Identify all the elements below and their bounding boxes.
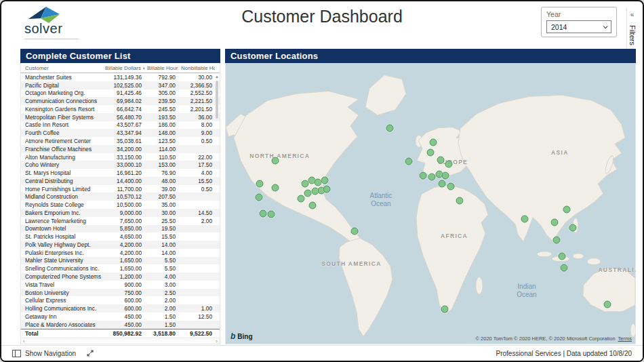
table-row[interactable]: Mahler State University1,650.005.50 xyxy=(21,257,220,265)
column-header-billable-hours[interactable]: Billable Hours xyxy=(144,65,178,71)
horizontal-scrollbar[interactable]: ‹ › xyxy=(21,338,220,344)
customer-location-marker[interactable] xyxy=(430,139,437,146)
customer-location-marker[interactable] xyxy=(405,157,412,165)
value-cell: 76.90 xyxy=(144,169,178,176)
customer-location-marker[interactable] xyxy=(441,305,449,313)
customer-location-marker[interactable] xyxy=(298,195,305,202)
value-cell: 2.00 xyxy=(144,297,178,304)
vertical-scrollbar[interactable]: ▲ xyxy=(214,74,220,337)
customer-location-marker[interactable] xyxy=(558,252,565,260)
total-billable-hours: 3,518.80 xyxy=(144,330,178,337)
column-header-billable-dollars[interactable]: Billable Dollars▼ xyxy=(102,65,144,71)
scroll-right-icon[interactable]: › xyxy=(216,338,218,344)
map-region-label: ASIA xyxy=(551,149,569,156)
customer-location-marker[interactable] xyxy=(272,184,279,192)
table-row[interactable]: Communication Connections69,984.02239.50… xyxy=(21,97,220,105)
customer-location-marker[interactable] xyxy=(304,190,311,197)
scroll-up-icon[interactable]: ▲ xyxy=(215,74,219,79)
customer-location-marker[interactable] xyxy=(309,201,317,209)
table-row[interactable]: St. Patricks Hospital4,650.0015.50 xyxy=(21,233,220,241)
table-row[interactable]: Place & Mardero Associates450.001.50 xyxy=(21,321,220,329)
customer-location-marker[interactable] xyxy=(268,210,275,218)
value-cell: 7,650.00 xyxy=(102,218,144,224)
table-row[interactable]: Computerized Phone Systems1,200.004.00 xyxy=(21,273,220,281)
table-row[interactable]: Getaway Inn450.001.5012.50 xyxy=(21,313,220,321)
customer-location-marker[interactable] xyxy=(259,209,266,217)
customer-location-marker[interactable] xyxy=(272,157,279,165)
customer-location-marker[interactable] xyxy=(521,215,528,222)
customer-name-cell: Boston University xyxy=(21,289,102,296)
table-row[interactable]: Central Distributing14,400.0048.0015.50 xyxy=(21,177,220,185)
table-row[interactable]: Franchise Office Machines34,200.00114.00 xyxy=(21,145,220,153)
value-cell: 30.00 xyxy=(178,74,215,81)
table-row[interactable]: Manchester Suites131,149.36792.9030.00 xyxy=(21,73,220,81)
customer-location-marker[interactable] xyxy=(420,172,427,179)
table-row[interactable]: Bakers Emporium Inc.9,000.0030.0014.50 xyxy=(21,209,220,217)
customer-location-marker[interactable] xyxy=(351,227,359,235)
table-row[interactable]: Lawrence Telemarketing7,650.0025.502.00 xyxy=(21,217,220,225)
customer-location-marker[interactable] xyxy=(437,156,445,163)
map-ocean-label: Indian Ocean xyxy=(509,283,544,298)
value-cell: 66,842.74 xyxy=(102,106,144,113)
customer-location-marker[interactable] xyxy=(323,186,331,193)
customer-name-cell: Atmore Retirement Center xyxy=(21,138,102,144)
table-row[interactable]: Downtown Hotel5,850.0019.50 xyxy=(21,225,220,233)
customer-location-marker[interactable] xyxy=(256,180,264,187)
table-row[interactable]: Fourth Coffee43,347.94148.009.00 xyxy=(21,129,220,137)
value-cell: 14,400.00 xyxy=(102,178,144,184)
customer-location-marker[interactable] xyxy=(428,173,435,180)
table-row[interactable]: Holling Communications Inc.600.002.001.0… xyxy=(21,304,220,313)
customer-location-marker[interactable] xyxy=(438,180,445,188)
table-row[interactable]: Snelling Communications Inc.1,650.005.50 xyxy=(21,264,220,273)
year-dropdown[interactable]: 2014 xyxy=(546,20,611,33)
column-header-nonbillable-hours[interactable]: Nonbillable Hours xyxy=(178,65,215,71)
value-cell: 4,650.00 xyxy=(102,233,144,240)
table-row[interactable]: Polk Valley Highway Dept.4,200.0014.00 xyxy=(21,241,220,249)
focus-mode-icon[interactable] xyxy=(87,350,94,357)
table-row[interactable]: Pulaski Enterprises Inc.4,200.0014.00 xyxy=(21,249,220,257)
filters-expand-icon[interactable]: « xyxy=(630,11,635,18)
navigation-icon[interactable] xyxy=(12,350,21,357)
customer-location-marker[interactable] xyxy=(551,218,559,226)
customer-location-marker[interactable] xyxy=(427,149,435,157)
table-row[interactable]: Pacific Digital102,525.00347.002,366.50 xyxy=(21,81,220,89)
customer-location-marker[interactable] xyxy=(603,301,611,308)
value-cell: 1.50 xyxy=(144,313,178,320)
customer-locations-title: Customer Locations xyxy=(230,51,318,61)
customer-location-marker[interactable] xyxy=(386,125,394,132)
column-header-customer[interactable]: Customer xyxy=(21,65,102,71)
table-row[interactable]: St. Marys Hospital16,961.2076.904.00 xyxy=(21,169,220,177)
value-cell: 33,000.10 xyxy=(102,161,144,168)
table-row[interactable]: Octagon Marketing Org.91,425.46305.002,5… xyxy=(21,89,220,98)
customer-location-marker[interactable] xyxy=(441,172,449,180)
table-row[interactable]: Vista Travel900.003.00 xyxy=(21,281,220,289)
table-row[interactable]: Atmore Retirement Center35,038.61123.500… xyxy=(21,137,220,145)
table-row[interactable]: Boston University750.002.50 xyxy=(21,289,220,297)
customer-location-marker[interactable] xyxy=(569,224,577,232)
customer-location-marker[interactable] xyxy=(456,197,463,204)
scroll-left-icon[interactable]: ‹ xyxy=(23,338,25,344)
value-cell: 2,366.50 xyxy=(178,82,215,89)
show-navigation-label[interactable]: Show Navigation xyxy=(25,350,76,357)
table-row[interactable]: Cellular Express600.002.00 xyxy=(21,296,220,304)
customer-location-marker[interactable] xyxy=(553,237,561,244)
table-row[interactable]: Metropolitan Fiber Systems56,480.70193.5… xyxy=(21,113,220,121)
customer-location-marker[interactable] xyxy=(255,194,262,201)
table-row[interactable]: Castle Inn Resort43,507.67186.008.00 xyxy=(21,121,220,129)
customer-location-marker[interactable] xyxy=(560,264,567,271)
terms-link[interactable]: Terms xyxy=(618,336,632,342)
customer-location-marker[interactable] xyxy=(563,205,571,213)
table-row[interactable]: Midland Construction10,570.12207.50 xyxy=(21,193,220,201)
world-map[interactable]: NORTH AMERICAEUROPEASIAAFRICASOUTH AMERI… xyxy=(225,63,636,344)
table-row[interactable]: Alton Manufacturing33,150.00110.5022.00 xyxy=(21,153,220,161)
year-slicer: Year 2014 xyxy=(541,7,617,37)
table-row[interactable]: Reynolds State College10,500.0035.00 xyxy=(21,201,220,209)
table-row[interactable]: Coho Wintery33,000.10153.0017.50 xyxy=(21,161,220,169)
table-row[interactable]: Home Furnishings Limited11,700.0039.000.… xyxy=(21,185,220,193)
table-row[interactable]: Kensington Gardens Resort66,842.74245.50… xyxy=(21,105,220,113)
customer-location-marker[interactable] xyxy=(321,176,329,184)
vertical-scrollbar-thumb[interactable] xyxy=(216,81,218,119)
customer-location-marker[interactable] xyxy=(445,161,453,168)
value-cell: 1,650.00 xyxy=(102,257,144,264)
customer-location-marker[interactable] xyxy=(447,183,455,190)
